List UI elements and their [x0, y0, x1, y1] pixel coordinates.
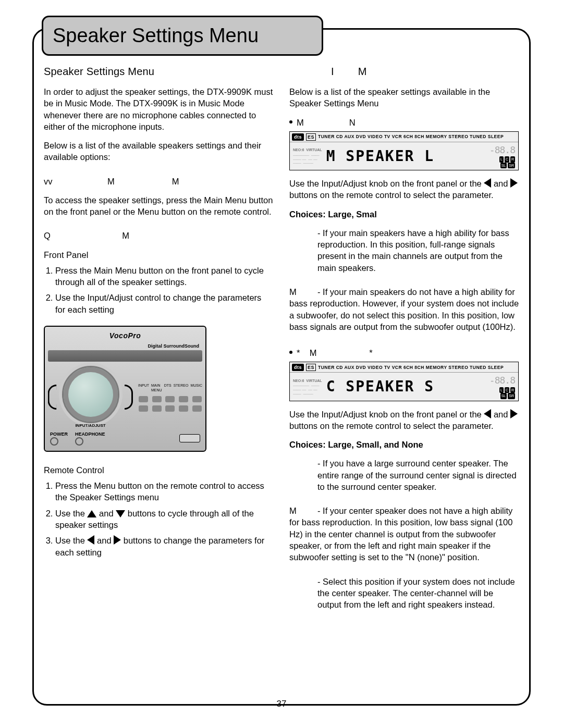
- item-1-heading: M N: [289, 117, 519, 128]
- none-desc-2: - Select this position if your system do…: [289, 576, 519, 611]
- qm-line: Q M: [44, 230, 274, 241]
- choices-1: Choices: Large, Smal: [289, 208, 519, 220]
- arrow-arc-left-icon: [48, 385, 57, 410]
- page-title-tab: Speaker Settings Menu: [42, 16, 323, 56]
- right-subheading: I M: [331, 65, 519, 79]
- bullet-icon: [289, 351, 292, 354]
- level-readout: -88.8: [489, 144, 515, 156]
- remote-control-steps: Press the Menu button on the remote cont…: [44, 480, 274, 558]
- right-triangle-icon: [510, 178, 518, 188]
- channel-badges: LCR: [489, 156, 515, 162]
- input-adjust-knob: [62, 366, 119, 423]
- power-group: POWER: [50, 431, 68, 446]
- content-area: Speaker Settings Menu In order to adjust…: [32, 65, 531, 610]
- right-triangle-icon: [114, 535, 121, 545]
- choices-2: Choices: Large, Small, and None: [289, 439, 519, 450]
- down-triangle-icon: [116, 510, 125, 517]
- left-triangle-icon: [87, 535, 94, 545]
- knob-label: INPUT/ADJUST: [62, 423, 119, 429]
- arrow-arc-right-icon: [125, 385, 133, 410]
- es-logo-icon: ES: [306, 133, 316, 141]
- dts-logo-icon: dts: [292, 133, 304, 141]
- source-list: TUNER CD AUX DVD VIDEO TV VCR 6CH 8CH ME…: [318, 365, 504, 371]
- use-para-2: Use the Input/Adjust knob on the front p…: [289, 409, 519, 432]
- device-panel-illustration: VocoPro Digital SurroundSound INPUT/ADJU…: [44, 326, 206, 452]
- channel-badges-2: SLSR: [489, 163, 515, 168]
- display-text-1: M SPEAKER L: [326, 146, 485, 166]
- remote-control-label: Remote Control: [44, 464, 274, 476]
- rc-step-2: Use the and buttons to cycle through all…: [55, 508, 274, 531]
- source-list: TUNER CD AUX DVD VIDEO TV VCR 6CH 8CH ME…: [318, 134, 504, 140]
- fp-step-2: Use the Input/Adjust control to change t…: [55, 292, 274, 315]
- small-desc-1: M- If your main speakers do not have a h…: [289, 286, 519, 332]
- left-triangle-icon: [484, 178, 491, 188]
- dts-logo-icon: dts: [292, 364, 304, 371]
- dss-label: Digital SurroundSound: [48, 343, 202, 349]
- intro-para-2: Below is a list of the available speaker…: [44, 140, 274, 163]
- lcd-display-1: dts ES TUNER CD AUX DVD VIDEO TV VCR 6CH…: [289, 131, 519, 170]
- front-panel-label: Front Panel: [44, 249, 274, 261]
- rc-step-1: Press the Menu button on the remote cont…: [55, 480, 274, 503]
- fp-step-1: Press the Main Menu button on the front …: [55, 265, 274, 288]
- up-triangle-icon: [87, 510, 96, 517]
- small-desc-2: M- If your center speaker does not have …: [289, 505, 519, 563]
- left-column: Speaker Settings Menu In order to adjust…: [44, 65, 274, 610]
- display-text-2: C SPEAKER S: [326, 377, 485, 397]
- slot-icon: [179, 434, 200, 442]
- button-labels: INPUTMAIN MENUDTSSTEREOMUSIC: [138, 383, 202, 393]
- intro-para-1: In order to adjust the speaker settings,…: [44, 86, 274, 132]
- large-desc-1: - If your main speakers have a high abil…: [289, 227, 519, 274]
- page-number: 37: [0, 698, 563, 710]
- mode-indicators: NEO:6 VIRTUAL ________ ____ ____ __ __ _…: [293, 379, 322, 395]
- access-para: To access the speaker settings, press th…: [44, 194, 274, 218]
- button-row: [138, 396, 202, 402]
- large-desc-2: - If you have a large surround center sp…: [289, 458, 519, 492]
- left-triangle-icon: [484, 409, 491, 418]
- bullet-icon: [289, 120, 292, 124]
- use-para-1: Use the Input/Adjust knob on the front p…: [289, 178, 519, 201]
- lcd-display-2: dts ES TUNER CD AUX DVD VIDEO TV VCR 6CH…: [289, 362, 519, 401]
- es-logo-icon: ES: [306, 364, 316, 371]
- rc-step-3: Use the and buttons to change the parame…: [55, 535, 274, 558]
- right-column: I M Below is a list of the speaker setti…: [289, 65, 519, 610]
- device-logo: VocoPro: [48, 331, 202, 341]
- button-row-2: [138, 405, 202, 412]
- mm-line: vv M M: [44, 176, 274, 187]
- right-triangle-icon: [510, 409, 518, 418]
- left-subheading: Speaker Settings Menu: [44, 65, 274, 79]
- level-readout: -88.8: [489, 374, 515, 387]
- display-strip: [48, 350, 202, 362]
- headphone-group: HEADPHONE: [75, 431, 105, 446]
- mode-indicators: NEO:6 VIRTUAL ________ ____ ____ __ __ _…: [293, 148, 322, 164]
- front-panel-steps: Press the Main Menu button on the front …: [44, 265, 274, 315]
- right-intro: Below is a list of the speaker settings …: [289, 86, 519, 109]
- item-2-heading: * M *: [289, 347, 519, 359]
